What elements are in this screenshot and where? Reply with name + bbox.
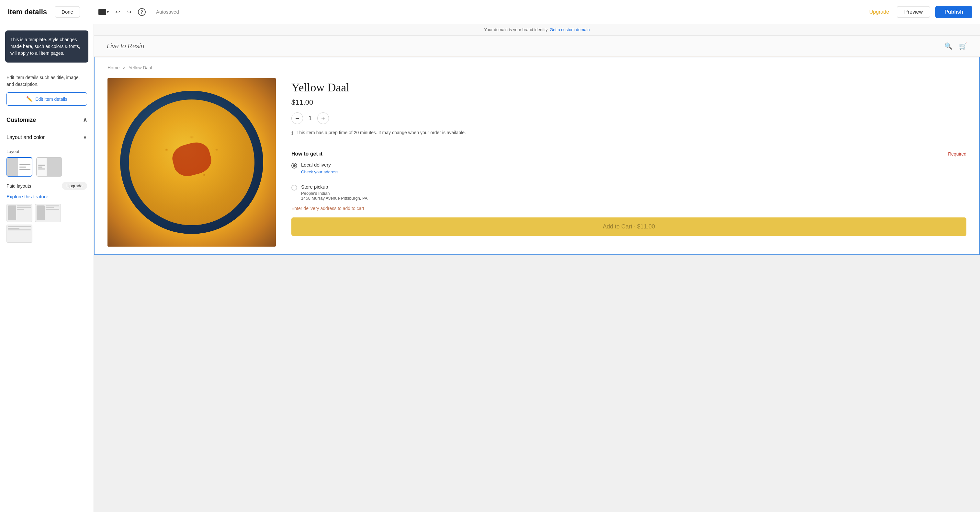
store-pickup-option: Store pickup People's Indian 1458 Murray… — [291, 184, 966, 201]
redo-icon: ↪ — [127, 8, 132, 16]
quantity-increase-button[interactable]: + — [317, 112, 329, 124]
publish-button[interactable]: Publish — [935, 6, 972, 18]
paid-layouts-label: Paid layouts — [6, 183, 31, 188]
local-delivery-radio[interactable] — [291, 163, 297, 169]
help-button[interactable]: ? — [135, 5, 148, 19]
explore-feature-link[interactable]: Explore this feature — [6, 194, 87, 199]
layout-thumb-3-inner — [7, 225, 32, 242]
thumb-3-line-1 — [8, 226, 31, 227]
thumb-1-line-3 — [17, 209, 24, 210]
thumb-3-line-2 — [8, 228, 19, 229]
layout-opt-2-line-3 — [38, 169, 45, 169]
layout-option-1-inner — [7, 158, 32, 176]
customize-label: Customize — [6, 116, 36, 123]
topbar: Item details Done ▾ ↩ ↪ ? Autosaved Upgr… — [0, 0, 980, 24]
quantity-decrease-button[interactable]: − — [291, 112, 303, 124]
local-delivery-option: Local delivery Check your address — [291, 162, 966, 175]
check-address-link[interactable]: Check your address — [301, 169, 339, 174]
local-delivery-label: Local delivery — [301, 162, 966, 167]
layout-opt-2-line-2 — [38, 167, 42, 167]
layout-thumb-2 — [35, 204, 61, 222]
layout-thumb-1 — [6, 204, 32, 222]
domain-bar: Your domain is your brand identity. Get … — [94, 24, 980, 36]
autosaved-status: Autosaved — [156, 9, 864, 14]
pickup-location-address: 1458 Murray Avenue Pittsburgh, PA — [301, 196, 966, 201]
store-name: Live to Resin — [107, 43, 145, 50]
layout-opt-2-lines — [37, 158, 47, 176]
thumb-1-line-2 — [17, 207, 31, 208]
layout-color-header[interactable]: Layout and color ∧ — [6, 129, 87, 145]
bowl-inner — [129, 99, 255, 225]
store-header: Live to Resin 🔍 🛒 — [94, 36, 980, 57]
quantity-row: − 1 + — [291, 112, 966, 124]
edit-item-section: Edit item details such as title, image, … — [0, 69, 94, 111]
thumb-1-line-1 — [17, 206, 31, 206]
done-button[interactable]: Done — [55, 6, 80, 18]
screen-toggle-button[interactable]: ▾ — [96, 6, 111, 18]
customize-section: Customize ∧ — [0, 111, 94, 129]
layout-opt-1-line-2 — [19, 167, 26, 167]
layout-previews — [6, 204, 87, 243]
layout-option-1[interactable] — [6, 157, 32, 177]
quantity-value: 1 — [307, 115, 313, 122]
layout-opt-1-line-3 — [19, 169, 30, 170]
domain-bar-text: Your domain is your brand identity. — [484, 27, 549, 32]
layout-opt-2-line-1 — [38, 164, 45, 166]
thumb-3-line-3 — [8, 230, 31, 230]
layout-opt-1-image — [7, 158, 18, 176]
cart-icon[interactable]: 🛒 — [959, 42, 967, 50]
customize-chevron-icon: ∧ — [83, 116, 87, 123]
page-title: Item details — [8, 8, 47, 16]
thumb-1-lines — [17, 206, 31, 220]
store-pickup-radio[interactable] — [291, 185, 297, 191]
thumb-2-lines — [46, 206, 60, 220]
required-badge: Required — [948, 152, 966, 156]
layout-options — [6, 157, 87, 177]
breadcrumb-current: Yellow Daal — [129, 65, 152, 70]
product-image — [108, 78, 276, 247]
layout-option-2[interactable] — [36, 157, 62, 177]
layout-opt-1-line-1 — [19, 164, 30, 165]
search-icon[interactable]: 🔍 — [944, 42, 953, 50]
thumb-2-line-1 — [46, 206, 60, 206]
get-custom-domain-link[interactable]: Get a custom domain — [550, 27, 590, 32]
layout-label: Layout — [6, 149, 87, 154]
breadcrumb-home[interactable]: Home — [108, 65, 119, 70]
preview-button[interactable]: Preview — [897, 6, 930, 18]
redo-button[interactable]: ↪ — [124, 6, 134, 18]
store-pickup-info: Store pickup People's Indian 1458 Murray… — [301, 184, 966, 201]
paid-layouts-upgrade-button[interactable]: Upgrade — [62, 182, 87, 190]
layout-option-2-inner — [37, 158, 62, 176]
bowl-outer — [120, 91, 263, 234]
delivery-separator — [291, 180, 966, 180]
info-icon: ℹ — [291, 129, 293, 137]
layout-opt-2-image — [47, 158, 62, 176]
customize-header[interactable]: Customize ∧ — [6, 116, 87, 123]
edit-section-description: Edit item details such as title, image, … — [6, 74, 87, 88]
delivery-note: Enter delivery address to add to cart — [291, 206, 966, 211]
layout-thumb-2-inner — [35, 204, 60, 222]
product-price: $11.00 — [291, 98, 966, 107]
screen-icon — [99, 9, 106, 15]
product-page: Home > Yellow Daal — [94, 57, 980, 255]
breadcrumb: Home > Yellow Daal — [108, 65, 966, 70]
store-pickup-label: Store pickup — [301, 184, 966, 190]
add-to-cart-button[interactable]: Add to Cart · $11.00 — [291, 217, 966, 236]
help-icon: ? — [138, 8, 146, 16]
prep-time-row: ℹ This item has a prep time of 20 minute… — [291, 129, 966, 137]
content-area: Your domain is your brand identity. Get … — [94, 24, 980, 512]
layout-color-label: Layout and color — [6, 134, 45, 140]
edit-icon: ✏️ — [26, 96, 33, 102]
edit-item-label: Edit item details — [35, 97, 67, 102]
paid-layouts-row: Paid layouts Upgrade — [6, 182, 87, 190]
undo-button[interactable]: ↩ — [113, 6, 123, 18]
upgrade-button[interactable]: Upgrade — [869, 9, 889, 15]
product-image-area — [108, 78, 276, 247]
main-layout: This is a template. Style changes made h… — [0, 24, 980, 512]
thumb-2-img — [37, 206, 45, 220]
edit-item-button[interactable]: ✏️ Edit item details — [6, 93, 87, 106]
pickup-location-name: People's Indian — [301, 191, 966, 196]
food-image — [108, 78, 276, 247]
sidebar: This is a template. Style changes made h… — [0, 24, 94, 512]
product-title: Yellow Daal — [291, 81, 966, 94]
